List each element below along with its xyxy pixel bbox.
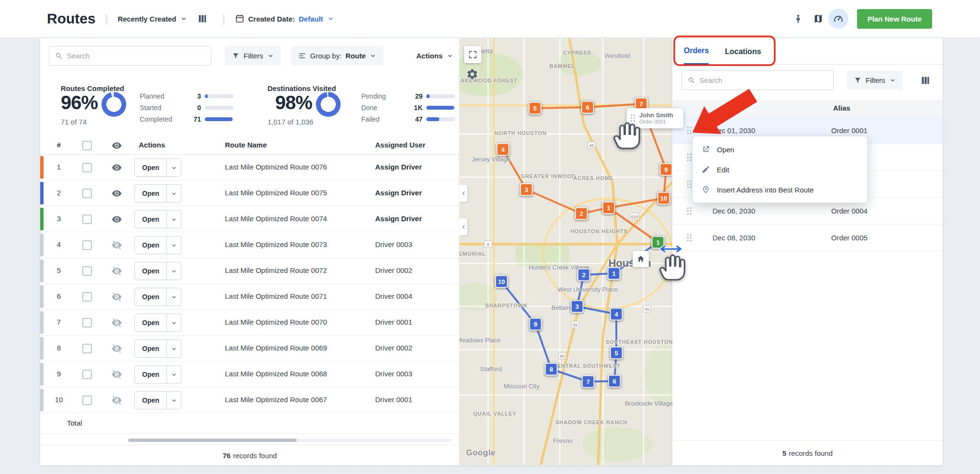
assigned-user[interactable]: Driver 0002	[375, 266, 412, 274]
map-stop-marker[interactable]: 1	[602, 202, 615, 214]
scrollbar-thumb[interactable]	[128, 439, 297, 442]
map-stop-marker[interactable]: 6	[608, 375, 621, 388]
route-checkbox[interactable]	[82, 292, 92, 302]
routes-filters-button[interactable]: Filters	[225, 46, 281, 66]
sort-dropdown[interactable]: Recently Created	[118, 15, 188, 23]
horizontal-scrollbar[interactable]	[128, 439, 452, 442]
map-fullscreen-button[interactable]	[464, 46, 481, 63]
map-panel[interactable]: LouettaCYPRESSWestfieldLAKEWOOD FORESTBA…	[459, 38, 672, 465]
route-checkbox[interactable]	[82, 395, 92, 405]
route-checkbox[interactable]	[82, 214, 92, 224]
drag-handle-icon[interactable]	[687, 181, 692, 188]
open-route-caret[interactable]	[167, 314, 181, 331]
group-by-dropdown[interactable]: Group by: Route	[291, 46, 383, 66]
route-row[interactable]: 2 Open Last Mile Optimized Route 0075 As…	[40, 181, 459, 206]
open-route-caret[interactable]	[167, 211, 181, 228]
open-route-button[interactable]: Open	[134, 262, 181, 280]
drag-handle-icon[interactable]	[687, 154, 692, 161]
map-settings-button[interactable]	[466, 66, 482, 82]
street-view-button[interactable]	[788, 9, 808, 29]
route-row[interactable]: 3 Open Last Mile Optimized Route 0074 As…	[40, 206, 459, 232]
route-visibility-toggle[interactable]	[111, 188, 122, 199]
context-menu-open[interactable]: Open	[693, 139, 867, 159]
route-visibility-toggle[interactable]	[111, 395, 122, 406]
route-row[interactable]: 7 Open Last Mile Optimized Route 0070 Dr…	[40, 310, 459, 336]
map-stop-marker[interactable]: 2	[578, 269, 590, 282]
open-route-caret[interactable]	[167, 392, 181, 409]
collapse-panel-button[interactable]	[459, 185, 468, 202]
map-stop-marker[interactable]: 5	[610, 347, 623, 360]
assigned-user[interactable]: Driver 0001	[375, 395, 412, 404]
orders-filters-button[interactable]: Filters	[847, 70, 903, 90]
context-menu-edit[interactable]: Edit	[693, 159, 867, 180]
route-row[interactable]: 6 Open Last Mile Optimized Route 0071 Dr…	[40, 284, 459, 310]
route-row[interactable]: 9 Open Last Mile Optimized Route 0068 Dr…	[40, 361, 459, 387]
route-row[interactable]: 4 Open Last Mile Optimized Route 0073 Dr…	[40, 232, 459, 258]
open-route-caret[interactable]	[167, 237, 181, 254]
route-visibility-toggle[interactable]	[111, 369, 122, 380]
assigned-user[interactable]: Driver 0003	[375, 370, 412, 378]
drag-handle-icon[interactable]	[687, 234, 692, 242]
assigned-user[interactable]: Driver 0004	[375, 292, 412, 300]
map-home-button[interactable]	[633, 251, 649, 267]
open-route-button[interactable]: Open	[134, 158, 181, 177]
map-stop-marker[interactable]: 8	[545, 363, 558, 376]
open-route-caret[interactable]	[167, 366, 181, 383]
route-checkbox[interactable]	[82, 163, 92, 172]
open-route-button[interactable]: Open	[134, 288, 181, 306]
route-visibility-toggle[interactable]	[111, 240, 122, 250]
open-route-caret[interactable]	[167, 288, 181, 305]
map-stop-marker[interactable]: 9	[660, 163, 673, 176]
assigned-user[interactable]: Assign Driver	[375, 189, 422, 197]
open-route-button[interactable]: Open	[134, 236, 181, 254]
visibility-column-icon[interactable]	[111, 140, 122, 151]
drag-handle-icon[interactable]	[687, 127, 692, 135]
route-checkbox[interactable]	[82, 318, 92, 327]
map-stop-marker[interactable]: 4	[610, 308, 623, 321]
map-stop-marker[interactable]: 6	[581, 101, 594, 114]
route-row[interactable]: 10 Open Last Mile Optimized Route 0067 D…	[40, 387, 459, 413]
tab-orders[interactable]: Orders	[684, 38, 709, 65]
order-row[interactable]: Dec 08, 2030 Order 0005	[672, 225, 943, 251]
orders-search-input[interactable]	[700, 76, 833, 84]
route-checkbox[interactable]	[82, 344, 92, 353]
route-row[interactable]: 5 Open Last Mile Optimized Route 0072 Dr…	[40, 258, 459, 284]
routes-search[interactable]	[49, 46, 212, 66]
assigned-user[interactable]: Assign Driver	[375, 214, 422, 223]
route-visibility-toggle[interactable]	[111, 214, 122, 225]
assigned-user[interactable]: Assign Driver	[375, 163, 422, 171]
route-visibility-toggle[interactable]	[111, 292, 122, 302]
open-route-caret[interactable]	[167, 340, 181, 357]
assigned-user[interactable]: Driver 0003	[375, 240, 412, 248]
columns-settings-button[interactable]	[192, 9, 212, 29]
map-stop-marker[interactable]: 10	[495, 275, 508, 288]
open-route-button[interactable]: Open	[134, 210, 181, 228]
collapse-panel-button-2[interactable]	[459, 218, 468, 236]
route-checkbox[interactable]	[82, 189, 92, 198]
map-stop-marker[interactable]: 7	[582, 375, 595, 388]
map-view-button[interactable]	[808, 9, 828, 29]
drag-handle-icon[interactable]	[687, 207, 692, 215]
created-date-dropdown[interactable]: Created Date: Default	[235, 14, 334, 23]
open-route-caret[interactable]	[167, 185, 181, 202]
map-stop-marker[interactable]: 1	[608, 267, 621, 280]
actions-dropdown[interactable]: Actions	[416, 46, 454, 66]
map-stop-marker[interactable]: 3	[520, 183, 533, 196]
assigned-user[interactable]: Driver 0002	[375, 344, 412, 352]
map-stop-marker[interactable]: 10	[657, 192, 670, 205]
open-route-button[interactable]: Open	[134, 339, 181, 358]
orders-search[interactable]	[681, 70, 834, 90]
dashboard-gauge-button[interactable]	[828, 9, 848, 29]
route-checkbox[interactable]	[82, 370, 92, 379]
route-visibility-toggle[interactable]	[111, 162, 122, 173]
route-visibility-toggle[interactable]	[111, 343, 122, 354]
open-route-button[interactable]: Open	[134, 365, 181, 384]
route-row[interactable]: 1 Open Last Mile Optimized Route 0076 As…	[40, 155, 459, 181]
tab-locations[interactable]: Locations	[725, 38, 761, 65]
open-route-button[interactable]: Open	[134, 391, 181, 409]
map-stop-marker[interactable]: 9	[529, 318, 542, 331]
route-row[interactable]: 8 Open Last Mile Optimized Route 0069 Dr…	[40, 336, 459, 361]
open-route-caret[interactable]	[167, 159, 181, 176]
route-checkbox[interactable]	[82, 240, 92, 250]
routes-search-input[interactable]	[67, 52, 211, 60]
